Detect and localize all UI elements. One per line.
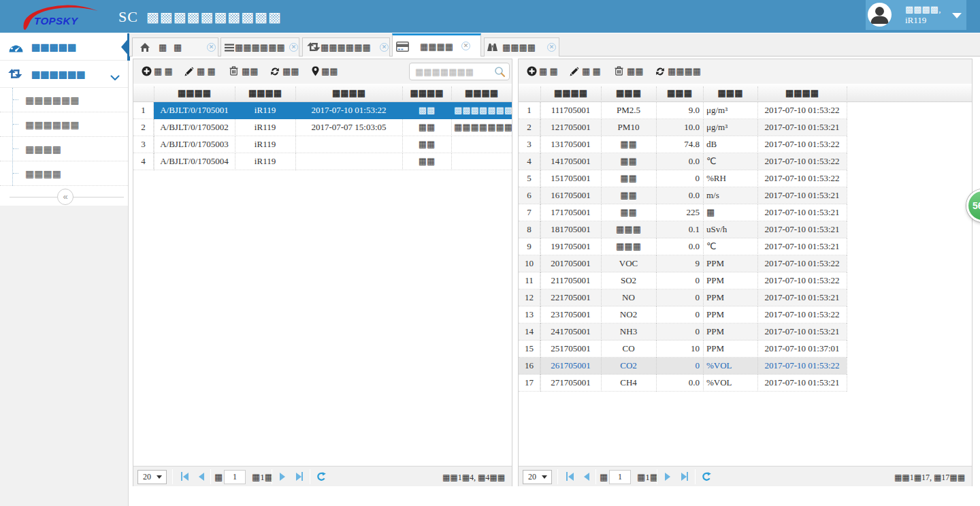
- svg-text:TOPSKY: TOPSKY: [34, 15, 79, 27]
